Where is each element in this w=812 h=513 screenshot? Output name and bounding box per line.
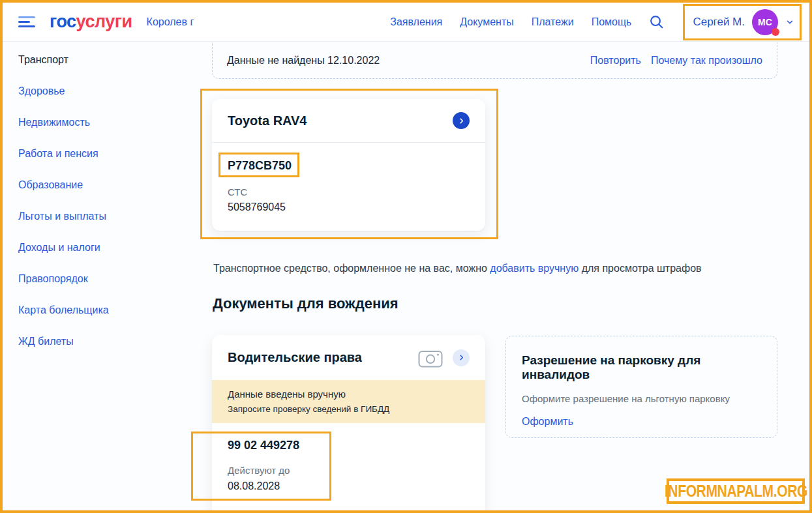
sidebar-item-income-taxes[interactable]: Доходы и налоги xyxy=(18,241,194,254)
driver-license-title: Водительские права xyxy=(228,350,362,365)
data-not-found-card: Данные не найдены 12.10.2022 Повторить П… xyxy=(212,42,777,79)
vehicle-title: Toyota RAV4 xyxy=(228,113,307,128)
watermark-text: INFORMNAPALM.ORG xyxy=(664,482,807,501)
add-manually-link[interactable]: добавить вручную xyxy=(490,263,579,274)
sidebar-item-benefits[interactable]: Льготы и выплаты xyxy=(18,209,194,223)
gosuslugi-logo[interactable]: госуслуги xyxy=(50,12,132,32)
sidebar-item-education[interactable]: Образование xyxy=(18,178,194,192)
user-name[interactable]: Сергей М. xyxy=(693,16,745,29)
sidebar-item-health[interactable]: Здоровье xyxy=(18,84,194,98)
location-selector[interactable]: Королев г xyxy=(147,16,194,28)
driving-documents-heading: Документы для вождения xyxy=(213,295,398,312)
driver-license-open-button[interactable] xyxy=(453,349,470,366)
top-header: госуслуги Королев г Заявления Документы … xyxy=(3,3,809,42)
sts-number: 5058769045 xyxy=(228,201,470,213)
parking-subtitle: Оформите разрешение на льготную парковку xyxy=(522,393,761,404)
avatar-initials: МС xyxy=(758,17,772,27)
banner-title: Данные введены вручную xyxy=(228,388,470,400)
apply-parking-link[interactable]: Оформить xyxy=(522,416,573,428)
nav-payments[interactable]: Платежи xyxy=(532,16,574,28)
gosuslugi-transport-page: госуслуги Королев г Заявления Документы … xyxy=(0,0,812,513)
chevron-down-icon[interactable] xyxy=(785,18,794,27)
manual-data-banner: Данные введены вручную Запросите проверк… xyxy=(212,380,485,423)
sidebar-item-transport[interactable]: Транспорт xyxy=(18,53,194,66)
vehicle-open-button[interactable] xyxy=(453,112,470,129)
notification-dot xyxy=(772,28,779,36)
retry-link[interactable]: Повторить xyxy=(590,55,641,66)
disabled-parking-card: Разрешение на парковку для инвалидов Офо… xyxy=(505,336,777,438)
avatar[interactable]: МС xyxy=(752,9,778,35)
camera-icon[interactable] xyxy=(418,347,443,368)
informnapalm-watermark: INFORMNAPALM.ORG xyxy=(667,478,805,504)
search-icon[interactable] xyxy=(649,14,664,29)
chevron-right-icon xyxy=(458,117,465,125)
why-happened-link[interactable]: Почему так произошло xyxy=(651,55,762,66)
user-menu-annotation-box[interactable]: Сергей М. МС xyxy=(683,4,802,40)
note-text-before: Транспортное средство, оформленное не на… xyxy=(213,263,490,274)
sidebar-item-fan-card[interactable]: Карта болельщика xyxy=(18,303,194,317)
nav-help[interactable]: Помощь xyxy=(592,16,632,28)
driver-license-number: 99 02 449278 xyxy=(228,439,470,452)
banner-subtitle: Запросите проверку сведений в ГИБДД xyxy=(228,404,470,414)
status-message: Данные не найдены 12.10.2022 xyxy=(227,55,380,66)
parking-title: Разрешение на парковку для инвалидов xyxy=(522,353,761,382)
license-plate: Р778СВ750 xyxy=(228,159,470,173)
nav-statements[interactable]: Заявления xyxy=(390,16,442,28)
sidebar-item-law-order[interactable]: Правопорядок xyxy=(18,272,194,286)
sts-label: СТС xyxy=(228,186,470,198)
valid-until-label: Действуют до xyxy=(228,465,470,476)
vehicle-card[interactable]: Toyota RAV4 Р778СВ750 СТС 5058769045 xyxy=(212,99,485,231)
nav-documents[interactable]: Документы xyxy=(460,16,513,28)
sidebar-item-realty[interactable]: Недвижимость xyxy=(18,115,194,129)
menu-icon[interactable] xyxy=(18,16,35,27)
sidebar-item-rail-tickets[interactable]: ЖД билеты xyxy=(18,334,194,348)
sidebar: Транспорт Здоровье Недвижимость Работа и… xyxy=(18,53,194,348)
manual-add-note: Транспортное средство, оформленное не на… xyxy=(213,263,774,274)
logo-part-red: услуги xyxy=(76,12,132,31)
valid-until-date: 08.08.2028 xyxy=(228,480,470,492)
header-nav: Заявления Документы Платежи Помощь Серге… xyxy=(390,4,802,40)
driver-license-card[interactable]: Водительские права Данные введены вручну… xyxy=(212,335,485,513)
logo-part-blue: гос xyxy=(50,12,76,31)
chevron-right-icon xyxy=(458,354,465,361)
sidebar-item-work-pension[interactable]: Работа и пенсия xyxy=(18,147,194,160)
note-text-after: для просмотра штрафов xyxy=(579,263,701,274)
